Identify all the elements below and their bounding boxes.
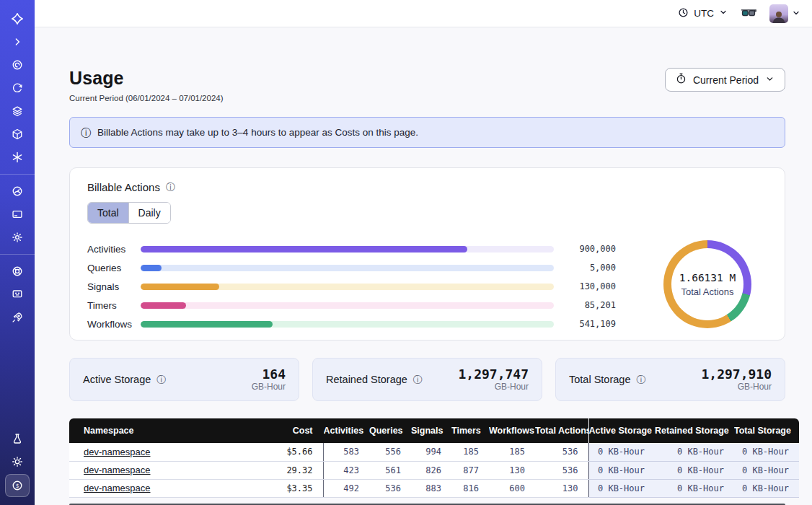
- timezone-selector[interactable]: UTC: [678, 7, 728, 20]
- info-icon[interactable]: ⓘ: [413, 375, 423, 385]
- bar-row-activities: Activities 900,000: [87, 240, 616, 258]
- active-storage-card: Active Storageⓘ 164GB-Hour: [69, 358, 299, 401]
- schedules-icon[interactable]: [6, 77, 29, 99]
- col-queries[interactable]: Queries: [369, 418, 411, 443]
- bar-row-queries: Queries 5,000: [87, 258, 616, 277]
- period-dropdown-button[interactable]: Current Period: [665, 68, 785, 92]
- bar-track: [141, 321, 554, 328]
- cell-workflows: 185: [489, 443, 535, 461]
- theme-sun-icon[interactable]: [6, 451, 29, 473]
- col-retained-storage[interactable]: Retained Storage: [655, 418, 734, 443]
- retained-storage-unit: GB-Hour: [458, 382, 529, 392]
- info-icon[interactable]: ⓘ: [166, 183, 175, 192]
- info-icon[interactable]: ⓘ: [636, 375, 645, 385]
- timezone-label: UTC: [694, 8, 714, 19]
- cell-activities: 423: [323, 461, 369, 479]
- col-namespace[interactable]: Namespace: [69, 418, 257, 443]
- col-active-storage[interactable]: Active Storage: [588, 418, 655, 443]
- main-content: Usage Current Period (06/01/2024 – 07/01…: [35, 27, 812, 505]
- cell-total-storage: 0 KB-Hour: [734, 479, 799, 497]
- col-total-storage[interactable]: Total Storage: [734, 418, 799, 443]
- info-icon[interactable]: ⓘ: [156, 375, 166, 385]
- cell-signals: 826: [411, 461, 451, 479]
- bar-fill: [141, 284, 219, 290]
- bar-fill: [141, 265, 162, 271]
- cell-workflows: 600: [489, 479, 535, 497]
- settings-gear-icon[interactable]: [6, 227, 29, 248]
- tab-total[interactable]: Total: [88, 203, 128, 223]
- col-activities[interactable]: Activities: [323, 418, 369, 443]
- chevron-down-icon: [765, 74, 775, 86]
- cell-activities: 583: [323, 443, 369, 461]
- layers-icon[interactable]: [6, 100, 29, 122]
- clock-icon: [678, 7, 689, 20]
- namespace-link[interactable]: dev-namespace: [84, 465, 151, 475]
- billing-card-icon[interactable]: [6, 203, 29, 225]
- bar-label: Timers: [87, 300, 141, 311]
- bar-label: Signals: [87, 281, 141, 292]
- cell-queries: 556: [369, 443, 411, 461]
- bar-row-signals: Signals 130,000: [87, 277, 616, 296]
- nexus-asterisk-icon[interactable]: [6, 146, 29, 168]
- col-total-actions[interactable]: Total Actions: [535, 418, 588, 443]
- col-timers[interactable]: Timers: [451, 418, 489, 443]
- bar-track: [141, 284, 554, 290]
- support-lifebuoy-icon[interactable]: [6, 260, 29, 282]
- billable-actions-card: Billable Actions ⓘ Total Daily Activitie…: [69, 167, 785, 341]
- active-storage-label: Active Storage: [83, 374, 151, 385]
- namespaces-icon[interactable]: [6, 54, 29, 76]
- bar-row-timers: Timers 85,201: [87, 296, 616, 315]
- storage-summary-row: Active Storageⓘ 164GB-Hour Retained Stor…: [69, 358, 785, 401]
- cell-retained-storage: 0 KB-Hour: [655, 443, 734, 461]
- bar-fill: [141, 321, 273, 328]
- cell-cost: 29.32: [257, 461, 323, 479]
- cell-total-actions: 536: [535, 443, 588, 461]
- cell-timers: 816: [451, 479, 489, 497]
- bar-fill: [141, 302, 186, 309]
- stopwatch-icon: [676, 73, 687, 87]
- cell-workflows: 130: [489, 461, 535, 479]
- bar-track: [141, 302, 554, 309]
- active-storage-value: 164: [252, 367, 286, 382]
- bar-value: 85,201: [564, 300, 616, 310]
- chevron-down-icon: [792, 7, 800, 20]
- billable-actions-chart: Activities 900,000 Queries 5,000 Signals…: [87, 235, 767, 333]
- cell-active-storage: 0 KB-Hour: [588, 461, 655, 479]
- total-storage-value: 1,297,910: [701, 367, 772, 382]
- user-menu[interactable]: [769, 4, 800, 23]
- namespace-link[interactable]: dev-namespace: [84, 483, 151, 493]
- col-workflows[interactable]: Workflows: [489, 418, 535, 443]
- cell-timers: 877: [451, 461, 489, 479]
- getting-started-rocket-icon[interactable]: [6, 307, 29, 328]
- collapse-chevron-icon[interactable]: [6, 31, 29, 53]
- cell-signals: 994: [411, 443, 451, 461]
- cell-cost: $3.35: [257, 479, 323, 497]
- bar-value: 900,000: [564, 244, 616, 254]
- page-title: Usage: [69, 68, 224, 89]
- total-storage-unit: GB-Hour: [701, 382, 772, 392]
- labs-flask-icon[interactable]: [6, 428, 29, 449]
- sidebar: $: [0, 0, 35, 505]
- sidebar-divider: [0, 254, 35, 255]
- banner-text: Billable Actions may take up to 3–4 hour…: [97, 127, 418, 138]
- bar-value: 130,000: [564, 281, 616, 291]
- billing-coin-icon[interactable]: $: [5, 474, 30, 497]
- cell-retained-storage: 0 KB-Hour: [655, 479, 734, 497]
- temporal-logo-icon[interactable]: [6, 8, 29, 30]
- usage-meter-icon[interactable]: [6, 180, 29, 202]
- deployments-cube-icon[interactable]: [6, 123, 29, 145]
- feedback-screen-icon[interactable]: [6, 284, 29, 305]
- tab-daily[interactable]: Daily: [128, 203, 170, 223]
- bar-track: [141, 265, 554, 271]
- billable-actions-title: Billable Actions: [87, 181, 160, 193]
- namespace-link[interactable]: dev-namespace: [84, 447, 151, 457]
- col-signals[interactable]: Signals: [411, 418, 451, 443]
- cell-timers: 185: [451, 443, 489, 461]
- retained-storage-card: Retained Storageⓘ 1,297,747GB-Hour: [312, 358, 542, 401]
- table-header-row: Namespace Cost Activities Queries Signal…: [69, 418, 799, 443]
- glasses-icon[interactable]: [741, 9, 756, 19]
- cell-activities: 492: [323, 479, 369, 497]
- col-cost[interactable]: Cost: [257, 418, 323, 443]
- cell-total-actions: 130: [535, 479, 588, 497]
- cell-signals: 883: [411, 479, 451, 497]
